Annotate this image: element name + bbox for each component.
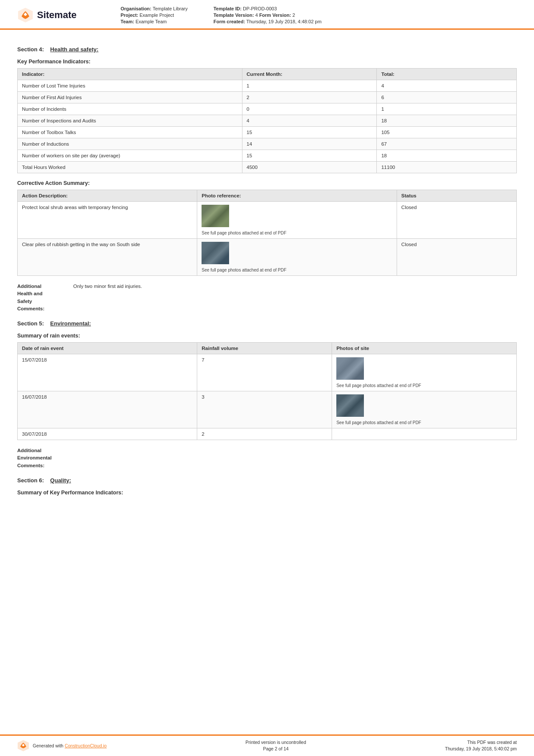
rain-thumbnail-1 xyxy=(336,394,364,417)
logo-area: Sitemate xyxy=(17,7,103,23)
section6-title: Section 6: Quality: xyxy=(17,477,517,484)
rain-date-2: 30/07/2018 xyxy=(18,428,197,440)
template-id-line: Template ID: DP-PROD-0003 xyxy=(214,6,322,11)
kpi-cell-6-2: 18 xyxy=(377,150,517,162)
ca-photo-0: See full page photos attached at end of … xyxy=(197,202,397,239)
section4-title: Section 4: Health and safety: xyxy=(17,46,517,53)
rain-header-photos: Photos of site xyxy=(332,343,517,354)
corrective-action-title: Corrective Action Summary: xyxy=(17,180,517,186)
rain-date-0: 15/07/2018 xyxy=(18,354,197,391)
kpi-title: Key Performance Indicators: xyxy=(17,59,517,65)
section5-title: Section 5: Environmental: xyxy=(17,320,517,327)
kpi-cell-6-1: 15 xyxy=(242,150,377,162)
team-line: Team: Example Team xyxy=(121,19,188,24)
template-version-line: Template Version: 4 Form Version: 2 xyxy=(214,12,322,18)
header-meta: Organisation: Template Library Project: … xyxy=(121,6,517,24)
footer-generated-text: Generated with ConstructionCloud.io xyxy=(33,743,107,748)
kpi-cell-5-1: 14 xyxy=(242,138,377,150)
footer-pdf-created-value: Thursday, 19 July 2018, 5:40:02 pm xyxy=(445,746,517,753)
kpi-cell-1-0: Number of First Aid Injuries xyxy=(18,92,242,103)
kpi-cell-7-2: 11100 xyxy=(377,162,517,173)
kpi-cell-3-1: 4 xyxy=(242,115,377,127)
kpi-cell-2-0: Number of Incidents xyxy=(18,103,242,115)
kpi-cell-0-0: Number of Lost Time Injuries xyxy=(18,80,242,92)
photo-caption-1: See full page photos attached at end of … xyxy=(202,268,392,272)
rain-photo-1: See full page photos attached at end of … xyxy=(332,391,517,428)
rain-volume-2: 2 xyxy=(197,428,332,440)
main-content: Section 4: Health and safety: Key Perfor… xyxy=(0,30,534,508)
rain-thumbnail-0 xyxy=(336,357,364,380)
footer-link[interactable]: ConstructionCloud.io xyxy=(65,743,106,748)
photo-thumbnail-1 xyxy=(202,242,229,264)
rain-events-table: Date of rain event Rainfall volume Photo… xyxy=(17,342,517,440)
photo-caption-0: See full page photos attached at end of … xyxy=(202,231,392,235)
page-wrapper: Section 4: Health and safety: Key Perfor… xyxy=(0,30,534,542)
kpi-cell-2-1: 0 xyxy=(242,103,377,115)
kpi-cell-4-2: 105 xyxy=(377,127,517,138)
page-header: Sitemate Organisation: Template Library … xyxy=(0,0,534,30)
rain-header-volume: Rainfall volume xyxy=(197,343,332,354)
kpi-cell-2-2: 1 xyxy=(377,103,517,115)
kpi-cell-1-2: 6 xyxy=(377,92,517,103)
page-footer: Generated with ConstructionCloud.io Prin… xyxy=(0,734,534,756)
kpi-cell-4-1: 15 xyxy=(242,127,377,138)
rain-date-1: 16/07/2018 xyxy=(18,391,197,428)
summary-kpi-title: Summary of Key Performance Indicators: xyxy=(17,490,517,496)
form-created-line: Form created: Thursday, 19 July 2018, 4:… xyxy=(214,19,322,24)
ca-header-photo: Photo reference: xyxy=(197,190,397,202)
kpi-table: Indicator: Current Month: Total: Number … xyxy=(17,68,517,173)
rain-header-date: Date of rain event xyxy=(18,343,197,354)
footer-uncontrolled: Printed version is uncontrolled xyxy=(245,739,306,746)
rain-photo-caption-1: See full page photos attached at end of … xyxy=(336,420,512,425)
kpi-cell-3-2: 18 xyxy=(377,115,517,127)
additional-hs-value: Only two minor first aid injuries. xyxy=(73,283,142,312)
additional-hs-comments: AdditionalHealth andSafetyComments: Only… xyxy=(17,283,517,312)
kpi-cell-6-0: Number of workers on site per day (avera… xyxy=(18,150,242,162)
kpi-header-total: Total: xyxy=(377,69,517,80)
rain-photo-2 xyxy=(332,428,517,440)
footer-pdf-created-label: This PDF was created at xyxy=(445,739,517,746)
header-meta-right: Template ID: DP-PROD-0003 Template Versi… xyxy=(214,6,322,24)
kpi-cell-0-1: 1 xyxy=(242,80,377,92)
additional-hs-label: AdditionalHealth andSafetyComments: xyxy=(17,283,73,312)
ca-description-0: Protect local shrub areas with temporary… xyxy=(18,202,197,239)
rain-photo-0: See full page photos attached at end of … xyxy=(332,354,517,391)
footer-right: This PDF was created at Thursday, 19 Jul… xyxy=(445,739,517,753)
ca-status-1: Closed xyxy=(397,239,516,276)
kpi-cell-4-0: Number of Toolbox Talks xyxy=(18,127,242,138)
kpi-cell-1-1: 2 xyxy=(242,92,377,103)
kpi-cell-7-1: 4500 xyxy=(242,162,377,173)
rain-events-title: Summary of rain events: xyxy=(17,333,517,339)
ca-header-action: Action Description: xyxy=(18,190,197,202)
header-meta-left: Organisation: Template Library Project: … xyxy=(121,6,188,24)
logo-text: Sitemate xyxy=(37,9,77,21)
project-line: Project: Example Project xyxy=(121,12,188,18)
kpi-cell-3-0: Number of Inspections and Audits xyxy=(18,115,242,127)
additional-env-label: AdditionalEnvironmentalComments: xyxy=(17,447,73,469)
kpi-header-current-month: Current Month: xyxy=(242,69,377,80)
corrective-action-table: Action Description: Photo reference: Sta… xyxy=(17,190,517,276)
photo-thumbnail-0 xyxy=(202,205,229,227)
rain-photo-caption-0: See full page photos attached at end of … xyxy=(336,383,512,388)
kpi-cell-7-0: Total Hours Worked xyxy=(18,162,242,173)
additional-env-comments: AdditionalEnvironmentalComments: xyxy=(17,447,517,469)
kpi-cell-5-0: Number of Inductions xyxy=(18,138,242,150)
sitemate-logo-icon xyxy=(17,7,34,23)
ca-description-1: Clear piles of rubbish getting in the wa… xyxy=(18,239,197,276)
kpi-header-indicator: Indicator: xyxy=(18,69,242,80)
footer-page-info: Page 2 of 14 xyxy=(245,746,306,753)
rain-volume-1: 3 xyxy=(197,391,332,428)
ca-status-0: Closed xyxy=(397,202,516,239)
rain-volume-0: 7 xyxy=(197,354,332,391)
kpi-cell-0-2: 4 xyxy=(377,80,517,92)
kpi-cell-5-2: 67 xyxy=(377,138,517,150)
ca-header-status: Status xyxy=(397,190,516,202)
org-line: Organisation: Template Library xyxy=(121,6,188,11)
ca-photo-1: See full page photos attached at end of … xyxy=(197,239,397,276)
footer-left: Generated with ConstructionCloud.io xyxy=(17,740,107,752)
footer-center: Printed version is uncontrolled Page 2 o… xyxy=(245,739,306,753)
footer-logo-icon xyxy=(17,740,29,752)
